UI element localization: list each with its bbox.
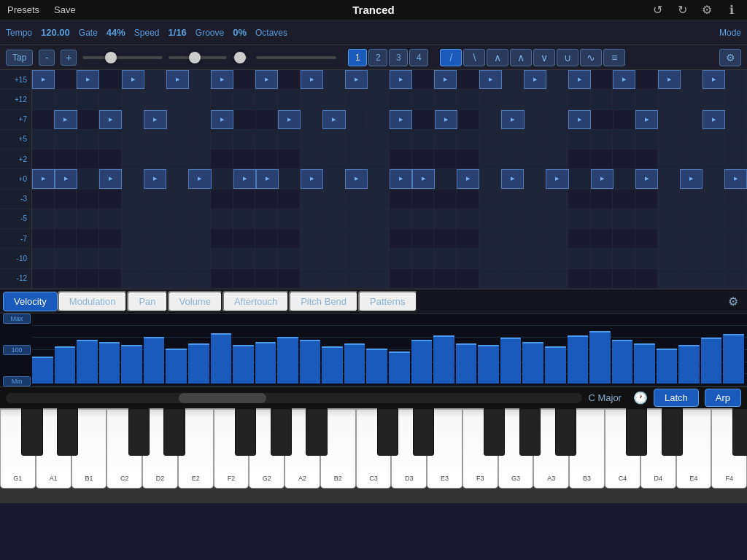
velocity-bar-26[interactable] (612, 340, 633, 384)
grid-cell-0-10[interactable] (255, 70, 278, 89)
grid-cell-7-13[interactable] (322, 209, 345, 228)
grid-cell-9-14[interactable] (345, 249, 368, 268)
velocity-bar-22[interactable] (522, 342, 543, 384)
grid-cell-10-26[interactable] (613, 269, 635, 288)
grid-cell-4-7[interactable] (188, 149, 211, 168)
grid-cell-9-28[interactable] (658, 249, 681, 268)
grid-cell-9-9[interactable] (233, 249, 256, 268)
grid-cell-7-17[interactable] (412, 209, 435, 228)
grid-cell-10-8[interactable] (211, 269, 233, 288)
grid-cell-0-22[interactable] (524, 70, 546, 89)
octave-1-button[interactable]: 1 (348, 49, 367, 66)
grid-cell-8-3[interactable] (99, 229, 122, 248)
piano-black-key-after-C2[interactable] (128, 408, 150, 456)
grid-cell-10-19[interactable] (457, 269, 479, 288)
velocity-bar-28[interactable] (657, 349, 678, 384)
grid-cell-2-8[interactable] (211, 110, 233, 129)
grid-cell-6-25[interactable] (591, 190, 614, 209)
velocity-bar-4[interactable] (121, 345, 142, 384)
grid-cell-5-19[interactable] (457, 169, 479, 188)
grid-cell-3-17[interactable] (412, 130, 435, 149)
grid-cell-10-10[interactable] (255, 269, 278, 288)
grid-cell-6-26[interactable] (613, 190, 635, 209)
grid-cell-9-24[interactable] (568, 249, 591, 268)
minus-button[interactable]: - (39, 50, 55, 66)
grid-cell-2-5[interactable] (144, 110, 166, 129)
grid-cell-10-2[interactable] (77, 269, 99, 288)
grid-cell-8-18[interactable] (434, 229, 457, 248)
grid-cell-0-25[interactable] (591, 70, 613, 89)
grid-cell-7-8[interactable] (211, 209, 233, 228)
grid-cell-9-18[interactable] (434, 249, 457, 268)
velocity-bar-30[interactable] (701, 338, 722, 384)
grid-cell-5-12[interactable] (301, 169, 323, 188)
grid-cell-8-27[interactable] (635, 229, 658, 248)
grid-cell-5-5[interactable] (144, 169, 166, 188)
grid-cell-7-5[interactable] (144, 209, 166, 228)
grid-cell-10-1[interactable] (55, 269, 77, 288)
grid-cell-2-22[interactable] (525, 110, 546, 129)
grid-cell-5-4[interactable] (122, 169, 144, 188)
grid-cell-0-1[interactable] (55, 70, 77, 89)
grid-cell-6-27[interactable] (635, 190, 658, 209)
grid-cell-0-3[interactable] (99, 70, 121, 89)
octave-3-button[interactable]: 3 (389, 49, 408, 66)
grid-cell-9-3[interactable] (99, 249, 122, 268)
grid-cell-4-16[interactable] (390, 149, 412, 168)
grid-cell-2-29[interactable] (680, 110, 702, 129)
grid-cell-3-11[interactable] (278, 130, 301, 149)
grid-cell-1-31[interactable] (724, 90, 747, 109)
grid-cell-5-27[interactable] (635, 169, 658, 188)
grid-cell-6-28[interactable] (658, 190, 681, 209)
grid-cell-0-23[interactable] (546, 70, 568, 89)
grid-cell-2-21[interactable] (501, 110, 524, 129)
velocity-bar-3[interactable] (99, 342, 120, 384)
grid-cell-6-13[interactable] (322, 190, 345, 209)
tab-settings-icon[interactable]: ⚙ (722, 292, 744, 311)
grid-cell-8-1[interactable] (55, 229, 77, 248)
grid-cell-3-12[interactable] (301, 130, 323, 149)
grid-cell-9-7[interactable] (188, 249, 211, 268)
grid-cell-0-13[interactable] (323, 70, 345, 89)
tempo-slider[interactable] (82, 56, 163, 59)
grid-cell-6-6[interactable] (166, 190, 189, 209)
grid-cell-3-7[interactable] (188, 130, 211, 149)
grid-cell-4-13[interactable] (322, 149, 345, 168)
grid-cell-2-23[interactable] (546, 110, 568, 129)
undo-icon[interactable]: ↺ (649, 2, 665, 18)
min-label[interactable]: Min (3, 376, 31, 386)
grid-cell-0-8[interactable] (211, 70, 233, 89)
grid-cell-2-14[interactable] (346, 110, 368, 129)
grid-cell-6-30[interactable] (703, 190, 725, 209)
grid-cell-5-6[interactable] (166, 169, 188, 188)
grid-cell-4-9[interactable] (233, 149, 256, 168)
grid-cell-10-25[interactable] (591, 269, 614, 288)
grid-cell-2-18[interactable] (435, 110, 457, 129)
mode-updown-button[interactable]: ∧ (510, 49, 532, 66)
grid-cell-4-19[interactable] (457, 149, 479, 168)
grid-cell-0-26[interactable] (613, 70, 635, 89)
grid-cell-10-14[interactable] (345, 269, 368, 288)
grid-cell-9-30[interactable] (703, 249, 725, 268)
velocity-bar-16[interactable] (389, 351, 410, 384)
octave-2-button[interactable]: 2 (368, 49, 387, 66)
grid-cell-4-2[interactable] (77, 149, 99, 168)
grid-cell-8-10[interactable] (255, 229, 278, 248)
tab-velocity[interactable]: Velocity (3, 292, 58, 311)
grid-cell-4-3[interactable] (99, 149, 122, 168)
grid-cell-5-22[interactable] (524, 169, 546, 188)
grid-cell-3-8[interactable] (211, 130, 233, 149)
grid-cell-0-11[interactable] (278, 70, 300, 89)
grid-cell-6-4[interactable] (122, 190, 144, 209)
velocity-bar-6[interactable] (166, 349, 187, 384)
grid-cell-4-24[interactable] (568, 149, 591, 168)
grid-cell-7-28[interactable] (658, 209, 681, 228)
grid-cell-7-3[interactable] (99, 209, 122, 228)
grid-cell-5-20[interactable] (479, 169, 501, 188)
grid-cell-8-14[interactable] (345, 229, 368, 248)
tab-volume[interactable]: Volume (168, 291, 222, 312)
grid-cell-9-31[interactable] (724, 249, 747, 268)
grid-cell-6-29[interactable] (680, 190, 703, 209)
piano-black-key-after-A3[interactable] (555, 408, 576, 456)
grid-cell-1-24[interactable] (568, 90, 591, 109)
